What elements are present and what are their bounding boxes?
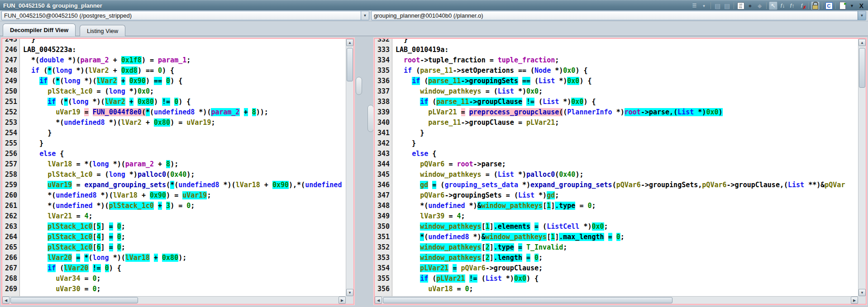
apply-markup-up-icon[interactable]: ▤ [723,1,731,10]
code-line[interactable]: 259 uVar19 = expand_grouping_sets(*(unde… [2,180,346,190]
left-horizontal-scrollbar[interactable]: ◀ ▶ [2,296,346,304]
export-icon[interactable]: ▸ [838,1,847,10]
splitter-grip-lower[interactable] [367,105,374,132]
code-line[interactable]: 256 else { [2,149,346,159]
function-remove-icon[interactable]: f✗ [797,1,806,10]
menu-list-arrow-icon[interactable]: ▾ [700,1,708,10]
code-line[interactable]: 263 plStack_1c0[5] = 0; [2,222,346,232]
tab-decompiler-diff-view-label: Decompiler Diff View [10,27,68,33]
code-line[interactable]: 268 uVar34 = 0; [2,274,346,284]
code-line[interactable]: 251 if (*(long *)(lVar2 + 0x80) != 0) { [2,97,346,107]
code-line[interactable]: 333LAB_0010419a: [375,45,858,55]
code-line[interactable]: 350 window_pathkeys[1].elements = (ListC… [375,222,858,232]
code-line[interactable]: 355 if (pLVar21 != (List *)0x0) { [375,274,858,284]
code-line[interactable]: 260 *(undefined8 *)(lVar18 + 0x90) = uVa… [2,190,346,201]
menu-list-icon[interactable]: ☰ [690,1,699,10]
code-line[interactable]: 269 uVar30 = 0; [2,284,346,294]
memory-circle-icon[interactable]: ● [746,1,754,10]
left-function-selector[interactable]: FUN_00452150@00452150 (/postgres_strippe… [1,11,369,20]
code-line[interactable]: 345 window_pathkeys = (List *)palloc0(0x… [375,170,858,180]
close-icon[interactable]: X [857,1,866,10]
right-selector-dropdown-icon[interactable]: ▼ [858,11,866,20]
code-text: plStack_1c0[5] = 0; [20,222,125,232]
left-vertical-scrollbar[interactable]: ▲ ▼ [346,39,353,296]
code-line[interactable]: 246LAB_0045223a: [2,45,346,55]
code-line[interactable]: 347 pQVar6->groupingSets = (List *)gd; [375,190,858,201]
code-line[interactable]: 247 *(double *)(param_2 + 0x1f8) = param… [2,55,346,66]
right-scroll-left-icon[interactable]: ◀ [375,297,382,304]
line-number: 260 [2,190,20,201]
code-line[interactable]: 336 if (parse_11->groupingSets == (List … [375,76,858,86]
code-text: uVar34 = 0; [20,274,101,284]
left-selector-dropdown-icon[interactable]: ▼ [361,11,369,20]
code-line[interactable]: 343 else { [375,149,858,159]
left-vscroll-thumb[interactable] [347,48,353,81]
binary-view-icon[interactable]: 1001 [736,1,745,10]
code-line[interactable]: 264 plStack_1c0[4] = 0; [2,232,346,242]
right-code-area[interactable]: 332 }333LAB_0010419a:334 root->tuple_fra… [375,39,858,296]
left-scroll-up-icon[interactable]: ▲ [346,39,353,46]
code-line[interactable]: 337 window_pathkeys = (List *)0x0; [375,86,858,97]
right-function-selector[interactable]: grouping_planner@001040b0 (/planner.o) ▼ [371,11,866,20]
left-code-area[interactable]: 245 }246LAB_0045223a:247 *(double *)(par… [2,39,346,296]
toolbar-separator [711,2,711,9]
code-line[interactable]: 349 lVar39 = 4; [375,211,858,222]
left-hscroll-thumb[interactable] [10,297,138,303]
right-scroll-right-icon[interactable]: ▶ [851,297,858,304]
code-line[interactable]: 332 } [375,39,858,45]
code-line[interactable]: 245 } [2,39,346,45]
cursor-arrow-icon[interactable]: ↖ [769,1,777,10]
code-line[interactable]: 352 window_pathkeys[2].type = T_Invalid; [375,242,858,253]
toolbar-dropdown-icon[interactable]: ▼ [848,1,856,10]
code-line[interactable]: 334 root->tuple_fraction = tuple_fractio… [375,55,858,66]
code-line[interactable]: 248 if (*(long *)(lVar2 + 0xd8) == 0) { [2,66,346,76]
code-line[interactable]: 255 } [2,138,346,149]
code-line[interactable]: 249 if (*(long *)(lVar2 + 0x90) == 0) { [2,76,346,86]
lock-icon[interactable] [811,1,820,10]
code-line[interactable]: 335 if (parse_11->setOperations == (Node… [375,66,858,76]
tab-decompiler-diff-view[interactable]: Decompiler Diff View [3,24,76,36]
code-line[interactable]: 261 *(undefined *)(plStack_1c0 + 3) = 0; [2,201,346,211]
right-scroll-up-icon[interactable]: ▲ [858,39,866,46]
code-line[interactable]: 341 } [375,128,858,138]
code-line[interactable]: 354 pLVar21 = pQVar6->groupClause; [375,263,858,274]
left-scroll-down-icon[interactable]: ▼ [346,289,353,296]
apply-markup-down-icon[interactable]: ▤ [713,1,722,10]
code-line[interactable]: 356 uVar18 = 0; [375,284,858,294]
code-line[interactable]: 254 } [2,128,346,138]
splitter-grip-upper[interactable] [356,77,362,95]
code-line[interactable]: 267 if (lVar20 != 0) { [2,263,346,274]
code-line[interactable]: 252 uVar19 = FUN_0044f8e0(*(undefined8 *… [2,107,346,118]
code-line[interactable]: 338 if (parse_11->groupClause != (List *… [375,97,858,107]
tab-listing-view[interactable]: Listing View [80,25,125,36]
code-line[interactable]: 348 *(undefined *)&window_pathkeys[1].ty… [375,201,858,211]
right-scroll-down-icon[interactable]: ▼ [858,289,866,296]
code-line[interactable]: 344 pQVar6 = root->parse; [375,159,858,170]
code-line[interactable]: 257 lVar18 = *(long *)(param_2 + 8); [2,159,346,170]
code-line[interactable]: 250 plStack_1c0 = (long *)0x0; [2,86,346,97]
code-line[interactable]: 351 *(undefined8 *)&window_pathkeys[1].m… [375,232,858,242]
left-scroll-left-icon[interactable]: ◀ [2,297,10,304]
code-line[interactable]: 253 *(undefined8 *)(lVar2 + 0x80) = uVar… [2,118,346,128]
code-line[interactable]: 266 lVar20 = *(long *)(lVar18 + 0x80); [2,253,346,263]
code-line[interactable]: 340 parse_11->groupClause = pLVar21; [375,118,858,128]
code-line[interactable]: 346 gd = (grouping_sets_data *)expand_gr… [375,180,858,190]
function-down-icon[interactable]: f↓ [778,1,787,10]
function-up-icon[interactable]: f↑ [788,1,796,10]
code-line[interactable]: 353 window_pathkeys[2].length = 0; [375,253,858,263]
code-line[interactable]: 262 lVar21 = 4; [2,211,346,222]
right-vscroll-thumb[interactable] [859,48,865,88]
code-line[interactable]: 339 pLVar21 = preprocess_groupclause((Pl… [375,107,858,118]
code-line[interactable]: 342 } [375,138,858,149]
code-text: } [20,138,43,149]
diamond-icon[interactable]: ◆ [755,1,764,10]
code-text: } [392,138,416,149]
left-scroll-right-icon[interactable]: ▶ [339,297,346,304]
right-vertical-scrollbar[interactable]: ▲ ▼ [858,39,866,296]
code-line[interactable]: 265 plStack_1c0[6] = 0; [2,242,346,253]
right-horizontal-scrollbar[interactable]: ◀ ▶ [375,296,858,304]
c-source-icon[interactable]: C [825,1,833,10]
code-line[interactable]: 258 plStack_1c0 = (long *)palloc0(0x40); [2,170,346,180]
line-number: 333 [375,45,392,55]
right-hscroll-thumb[interactable] [383,297,672,303]
